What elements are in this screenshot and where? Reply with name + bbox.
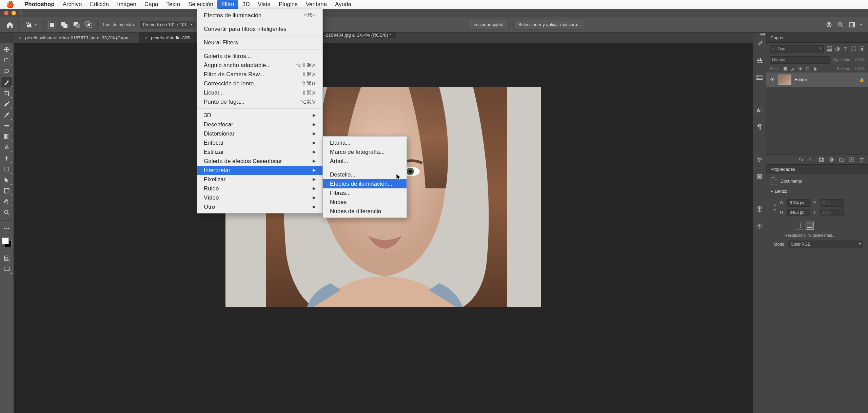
paragraph-panel-icon[interactable] [756,123,763,131]
menu-archivo[interactable]: Archivo [59,0,86,9]
hand-tool[interactable] [1,197,12,207]
lock-pixels-icon[interactable] [783,66,788,71]
submenu-pixelate[interactable]: Pixelizar▶ [197,175,322,184]
properties-panel-tab[interactable]: Propiedades [766,165,868,174]
menu-item-lighting-effects[interactable]: Efectos de iluminación... [323,179,407,188]
menu-item-liquify[interactable]: Licuar...⇧⌘X [197,88,322,97]
height-input[interactable]: 3456 px [787,209,810,216]
fill-value[interactable]: 100% [854,66,865,71]
filter-text-icon[interactable]: T [843,46,848,51]
sample-size-select[interactable]: Promedio de 101 x 101 [140,21,195,28]
submenu-sharpen[interactable]: Enfocar▶ [197,138,322,147]
menu-item-vanishing-point[interactable]: Punto de fuga...⌥⌘V [197,97,322,106]
apple-icon[interactable]: 🍎 [6,1,14,8]
submenu-blur[interactable]: Desenfocar▶ [197,120,322,129]
screen-mode-icon[interactable] [1,264,12,274]
lock-all-icon[interactable] [813,66,817,71]
zoom-window-button[interactable] [19,11,23,15]
submenu-3d[interactable]: 3D▶ [197,111,322,120]
collapse-arrow-icon[interactable]: ◀◀ [760,32,765,36]
link-layers-icon[interactable] [798,157,804,162]
edit-toolbar-icon[interactable]: ••• [1,223,12,233]
menu-ventana[interactable]: Ventana [302,0,331,9]
menu-item-flame[interactable]: Llama... [323,138,407,147]
selection-mode-add[interactable] [61,21,68,28]
channels-panel-icon[interactable] [756,222,763,230]
opacity-value[interactable]: 100% [854,58,865,62]
layer-thumbnail[interactable] [778,75,791,85]
selection-mode-new[interactable] [48,21,56,28]
minimize-window-button[interactable] [12,11,16,15]
visibility-toggle-icon[interactable]: 👁 [770,77,775,82]
orientation-portrait[interactable] [795,222,803,230]
lock-brush-icon[interactable] [790,66,795,71]
link-dimensions-icon[interactable] [772,203,778,212]
filter-image-icon[interactable] [827,46,832,51]
libraries-panel-icon[interactable] [756,74,763,81]
document-tab-2[interactable]: ×pexels-rfstudio-305 [139,33,196,43]
filter-smartobj-icon[interactable] [859,46,865,51]
healing-tool[interactable] [1,121,12,131]
menu-item-difference-clouds[interactable]: Nubes de diferencia [323,207,407,216]
submenu-render[interactable]: Interpretar▶ [197,166,322,175]
y-input[interactable]: 0 px [821,209,844,216]
pen-tool[interactable] [1,142,12,152]
adjustment-layer-icon[interactable] [829,157,834,162]
selection-mode-intersect[interactable] [85,21,93,28]
magic-wand-tool[interactable] [1,77,12,87]
menu-item-camera-raw[interactable]: Filtro de Camera Raw...⇧⌘A [197,70,322,79]
3d-panel-icon[interactable] [756,205,763,213]
orientation-landscape[interactable] [806,222,814,230]
menu-item-adaptive-wide[interactable]: Ángulo ancho adaptable...⌥⇧⌘A [197,61,322,70]
crop-tool[interactable] [1,88,12,98]
menu-item-convert-smart[interactable]: Convertir para filtros inteligentes [197,24,322,34]
menu-item-lens-correction[interactable]: Corrección de lente...⇧⌘R [197,79,322,88]
delete-layer-icon[interactable] [859,157,865,162]
select-subject-button[interactable]: eccionar sujeto [469,20,508,29]
search-icon[interactable] [837,21,844,28]
app-name[interactable]: Photoshop [20,0,59,9]
actions-panel-icon[interactable] [756,156,763,163]
x-input[interactable]: 0 px [821,199,844,207]
layer-mask-icon[interactable] [818,157,824,162]
current-tool-icon[interactable]: ▾ [23,20,39,29]
layer-name[interactable]: Fondo [795,77,856,82]
cloud-docs-icon[interactable] [826,21,832,28]
workspace-icon[interactable] [849,21,855,28]
move-tool[interactable] [1,45,12,55]
artboard-tool[interactable] [1,186,12,196]
marquee-tool[interactable] [1,56,12,66]
layers-panel-tab[interactable]: Capas [766,33,868,43]
menu-3d[interactable]: 3D [238,0,254,9]
filter-shape-icon[interactable] [851,46,856,51]
menu-texto[interactable]: Texto [162,0,184,9]
menu-item-picture-frame[interactable]: Marco de fotografía... [323,147,407,157]
menu-seleccion[interactable]: Selección [184,0,217,9]
menu-item-lens-flare[interactable]: Destello... [323,170,407,179]
filter-adjustment-icon[interactable] [835,46,840,51]
text-tool[interactable]: T [1,153,12,163]
menu-filtro[interactable]: Filtro [217,0,238,9]
menu-item-clouds[interactable]: Nubes [323,198,407,207]
layer-row-fondo[interactable]: 👁 Fondo 🔒 [766,73,868,87]
character-panel-icon[interactable]: A [756,106,763,114]
menu-imagen[interactable]: Imagen [113,0,140,9]
blend-mode-select[interactable]: Normal [770,56,830,64]
close-tab-icon[interactable]: × [19,35,22,40]
menu-plugins[interactable]: Plugins [275,0,302,9]
lock-artboard-icon[interactable] [805,66,810,71]
submenu-other[interactable]: Otro▶ [197,202,322,211]
submenu-video[interactable]: Vídeo▶ [197,193,322,202]
lock-icon[interactable]: 🔒 [859,77,865,82]
close-window-button[interactable] [4,11,8,15]
selection-mode-subtract[interactable] [73,21,80,28]
menu-item-fibers[interactable]: Fibras... [323,188,407,198]
menu-capa[interactable]: Capa [140,0,162,9]
quick-mask-icon[interactable] [1,253,12,263]
home-icon[interactable] [6,21,14,28]
submenu-blur-gallery[interactable]: Galería de efectos Desenfocar▶ [197,157,322,166]
document-tab-3-overflow[interactable]: -2169434.jpg al 24,4% (RGB/8) * [319,33,396,38]
zoom-tool[interactable] [1,207,12,218]
brushes-panel-icon[interactable] [756,40,763,47]
menu-item-tree[interactable]: Árbol... [323,157,407,166]
